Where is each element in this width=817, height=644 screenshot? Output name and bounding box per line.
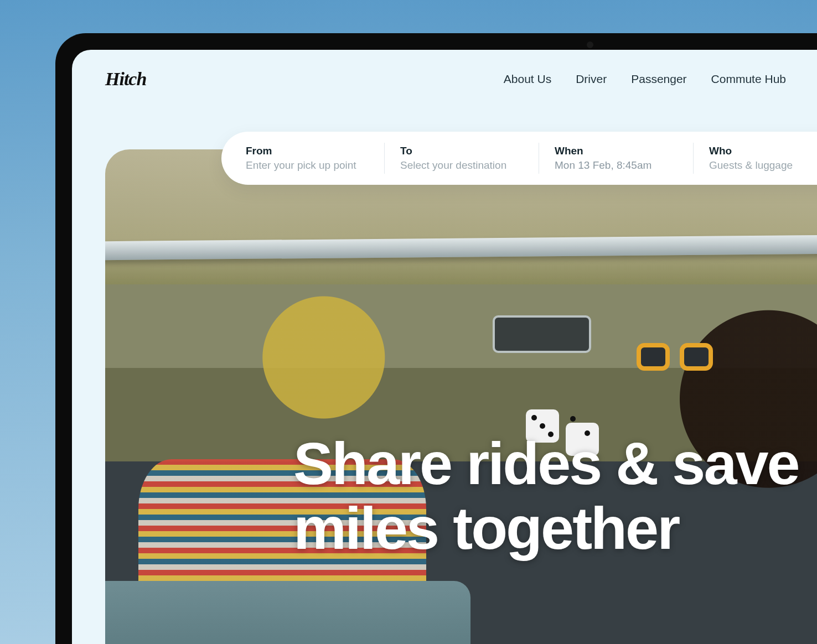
app-screen: Hitch About Us Driver Passenger Commute … <box>72 50 817 644</box>
search-who[interactable]: Who Guests & luggage <box>709 132 817 185</box>
sunglasses-icon <box>637 343 720 374</box>
search-when-label: When <box>555 145 673 157</box>
search-who-label: Who <box>709 145 817 157</box>
search-when-value: Mon 13 Feb, 8:45am <box>555 159 673 172</box>
nav-commute-hub[interactable]: Commute Hub <box>711 72 786 86</box>
nav-passenger[interactable]: Passenger <box>631 72 686 86</box>
search-from[interactable]: From Enter your pick up point <box>246 132 384 185</box>
search-to[interactable]: To Select your destination <box>400 132 539 185</box>
hero-section: Share rides & save miles together <box>105 149 817 644</box>
brand-logo[interactable]: Hitch <box>105 69 146 90</box>
search-from-label: From <box>246 145 364 157</box>
divider <box>539 143 539 174</box>
search-who-placeholder: Guests & luggage <box>709 159 817 172</box>
hero-photo-detail <box>105 581 470 644</box>
device-frame: Hitch About Us Driver Passenger Commute … <box>55 33 817 644</box>
camera-icon <box>587 41 593 48</box>
divider <box>384 143 385 174</box>
divider <box>693 143 694 174</box>
primary-nav: About Us Driver Passenger Commute Hub <box>504 72 817 86</box>
hero-headline: Share rides & save miles together <box>293 432 817 560</box>
search-bar: From Enter your pick up point To Select … <box>221 132 817 185</box>
search-to-placeholder: Select your destination <box>400 159 519 172</box>
search-to-label: To <box>400 145 519 157</box>
header: Hitch About Us Driver Passenger Commute … <box>72 50 817 105</box>
nav-driver[interactable]: Driver <box>576 72 607 86</box>
search-from-placeholder: Enter your pick up point <box>246 159 364 172</box>
search-when[interactable]: When Mon 13 Feb, 8:45am <box>555 132 693 185</box>
nav-about-us[interactable]: About Us <box>504 72 551 86</box>
